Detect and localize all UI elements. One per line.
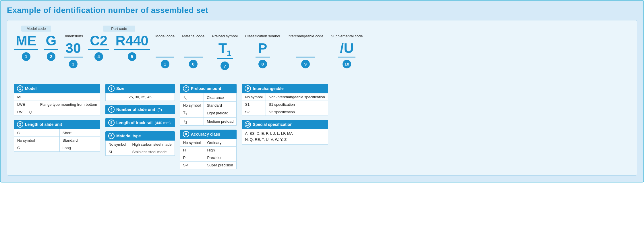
inter-row3-col1: S2 xyxy=(242,108,266,116)
mat-row1-col1: No symbol xyxy=(106,141,129,148)
table-row: T2 Medium preload xyxy=(180,117,237,126)
circle-2: 2 xyxy=(47,52,55,61)
size-table-block: 3 Size 25, 30, 35, 45 xyxy=(105,84,175,101)
preload-row2-col1: No symbol xyxy=(180,101,204,109)
circle-sm-9: 9 xyxy=(245,85,251,92)
col-3: 7 Preload amount Tc Clearance No symbol … xyxy=(180,84,237,169)
preload-row1-col2: Clearance xyxy=(204,93,237,102)
table-row: No symbol Ordinary xyxy=(180,139,237,147)
preload-table: Tc Clearance No symbol Standard T1 Light… xyxy=(180,93,237,126)
special-table-block: 10 Special specification A, BS, D, E, F,… xyxy=(242,120,328,145)
code-ME: ME xyxy=(14,33,38,50)
table-row: S1 S1 specification xyxy=(242,101,328,108)
model-row1-col2 xyxy=(37,93,100,101)
circle-sm-6: 6 xyxy=(108,133,115,139)
model-row2-col1: LWE xyxy=(14,101,37,108)
table-row: 25, 30, 35, 45 xyxy=(106,93,175,101)
circle-sm-8: 8 xyxy=(183,131,189,137)
label-model-code-1: Model code xyxy=(21,26,51,32)
col-4: 9 Interchangeable No symbol Non-intercha… xyxy=(242,84,328,169)
table-row: No symbol High carbon steel made xyxy=(106,141,175,148)
special-table: A, BS, D, E, F, I, J, L, LF, MAN, Q, RE,… xyxy=(242,129,328,145)
circle-10: 10 xyxy=(343,60,351,68)
table-row: ME xyxy=(14,93,100,101)
label-dimensions: Dimensions xyxy=(61,33,85,39)
outer-container: Example of identification number of asse… xyxy=(0,0,644,182)
acc-row3-col2: Precision xyxy=(204,154,237,162)
table-row: P Precision xyxy=(180,154,237,162)
circle-4: 4 xyxy=(94,52,103,61)
diagram-section: Model code ME 1 G 2 Dimensions xyxy=(14,26,630,76)
model-table: ME LWE Flange type mounting from bottom … xyxy=(14,93,100,116)
table-row: No symbol Non-interchangeable specificat… xyxy=(242,93,328,101)
preload-table-block: 7 Preload amount Tc Clearance No symbol … xyxy=(180,84,237,126)
table-row: LWE…Q xyxy=(14,108,100,116)
code-R440: R440 xyxy=(114,33,150,50)
table-row: H High xyxy=(180,147,237,154)
page-title: Example of identification number of asse… xyxy=(7,6,637,15)
label-part-code: Part code xyxy=(103,26,135,32)
model-row1-col1: ME xyxy=(14,93,37,101)
circle-sm-4: 4 xyxy=(108,106,115,113)
code-blank-1 xyxy=(156,41,174,57)
table-row: LWE Flange type mounting from bottom xyxy=(14,101,100,108)
ls-row3-col1: G xyxy=(14,144,60,152)
num-slide-label: Number of slide unit (2) xyxy=(116,107,162,112)
circle-1a: 1 xyxy=(22,52,30,61)
code-blank-3 xyxy=(296,41,315,57)
table-row: SL Stainless steel made xyxy=(106,148,175,156)
code-U: /U xyxy=(338,41,355,57)
num-slide-table-block: 4 Number of slide unit (2) xyxy=(105,105,175,114)
preload-row3-col1: T1 xyxy=(180,109,204,117)
accuracy-table-block: 8 Accuracy class No symbol Ordinary H Hi… xyxy=(180,130,237,169)
label-classification-symbol: Classification symbol xyxy=(243,33,282,39)
label-supplemental-code: Supplemental code xyxy=(328,33,365,39)
model-row2-col2: Flange type mounting from bottom xyxy=(37,101,100,108)
model-row3-col1: LWE…Q xyxy=(14,108,37,116)
circle-sm-1: 1 xyxy=(17,85,23,92)
acc-row2-col1: H xyxy=(180,147,204,154)
code-T1: T1 xyxy=(217,41,233,59)
table-row: No symbol Standard xyxy=(14,137,100,144)
special-table-title: 10 Special specification xyxy=(242,120,328,129)
mat-row2-col1: SL xyxy=(106,148,129,156)
preload-row3-col2: Light preload xyxy=(204,109,237,117)
table-row: C Short xyxy=(14,129,100,137)
acc-row1-col1: No symbol xyxy=(180,139,204,147)
code-30: 30 xyxy=(64,41,82,57)
material-table-title: 6 Material type xyxy=(105,131,175,141)
interchangeable-table-title: 9 Interchangeable xyxy=(242,84,328,93)
interchangeable-table: No symbol Non-interchangeable specificat… xyxy=(242,93,328,116)
inter-row2-col1: S1 xyxy=(242,101,266,108)
accuracy-table: No symbol Ordinary H High P Precision xyxy=(180,139,237,169)
col-1: 1 Model ME LWE Flange type mounting from… xyxy=(14,84,100,169)
length-slide-table-block: 2 Length of slide unit C Short No symbol… xyxy=(14,120,100,152)
model-table-block: 1 Model ME LWE Flange type mounting from… xyxy=(14,84,100,116)
size-table: 25, 30, 35, 45 xyxy=(105,93,175,101)
ls-row1-col1: C xyxy=(14,129,60,137)
circle-3: 3 xyxy=(69,60,78,68)
code-G: G xyxy=(44,33,58,50)
interchangeable-table-block: 9 Interchangeable No symbol Non-intercha… xyxy=(242,84,328,116)
code-blank-2 xyxy=(184,41,203,57)
circle-sm-2: 2 xyxy=(17,121,23,128)
circle-6: 6 xyxy=(189,60,198,68)
label-model-code-2: Model code xyxy=(153,33,177,39)
acc-row2-col2: High xyxy=(204,147,237,154)
code-P: P xyxy=(256,41,270,57)
label-material-code: Material code xyxy=(180,33,207,39)
acc-row1-col2: Ordinary xyxy=(204,139,237,147)
circle-sm-10: 10 xyxy=(245,121,251,128)
circle-7: 7 xyxy=(221,62,229,70)
tables-row: 1 Model ME LWE Flange type mounting from… xyxy=(14,84,630,169)
ls-row2-col1: No symbol xyxy=(14,137,60,144)
code-C2: C2 xyxy=(88,33,109,50)
preload-row4-col1: T2 xyxy=(180,117,204,126)
preload-row4-col2: Medium preload xyxy=(204,117,237,126)
ls-row1-col2: Short xyxy=(59,129,100,137)
circle-1b: 1 xyxy=(161,60,169,68)
material-table: No symbol High carbon steel made SL Stai… xyxy=(105,141,175,156)
label-interchangeable-code: Interchangeable code xyxy=(285,33,326,39)
length-rail-table-title: 5 Length of track rail (440 mm) xyxy=(105,118,175,127)
table-row: S2 S2 specification xyxy=(242,108,328,116)
